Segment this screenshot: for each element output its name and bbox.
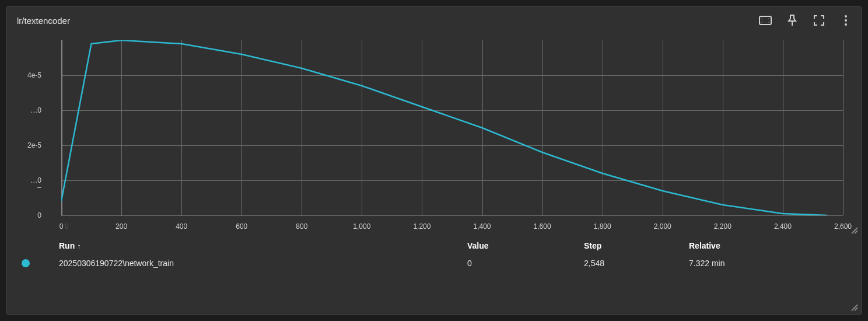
table-row[interactable]: 20250306190722\network_train 0 2,548 7.3… (22, 254, 856, 272)
x-tick-label: 400 (176, 222, 187, 231)
resize-handle-icon[interactable] (850, 226, 858, 234)
y-tick-label: 2e-5 (6, 141, 45, 149)
svg-point-2 (768, 18, 769, 19)
col-relative[interactable]: Relative (689, 241, 856, 250)
run-color-swatch (22, 259, 30, 267)
card-title: lr/textencoder (17, 16, 70, 26)
x-tick-faded: 2 (841, 222, 845, 231)
x-tick-label: 600 (236, 222, 247, 231)
scalar-card: lr/textencoder 0…02e-5…04e-5– 0200400600… (6, 6, 862, 315)
x-tick-label: 1,200 (413, 222, 430, 231)
svg-point-1 (761, 18, 762, 19)
x-tick-label: 2,200 (714, 222, 732, 231)
line-plot (61, 40, 843, 215)
x-tick-label: 1,800 (594, 222, 611, 231)
y-tick-label: …0 (6, 106, 45, 114)
x-tick-label: 0 (60, 222, 64, 231)
runs-table: Run↑ Value Step Relative 20250306190722\… (22, 237, 856, 272)
y-tick-label: 4e-5 (6, 71, 45, 79)
fit-domain-icon[interactable] (759, 14, 772, 27)
svg-rect-0 (760, 16, 771, 25)
x-tick-label: 2,000 (654, 222, 671, 231)
cell-relative: 7.322 min (689, 259, 856, 268)
cell-step: 2,548 (584, 259, 689, 268)
svg-point-3 (761, 22, 762, 22)
table-header-row: Run↑ Value Step Relative (22, 237, 856, 254)
cell-value: 0 (467, 259, 584, 268)
more-icon[interactable] (839, 14, 852, 27)
card-header: lr/textencoder (6, 6, 862, 34)
x-tick-label: 1,400 (474, 222, 491, 231)
gridline-v (843, 40, 844, 215)
svg-point-4 (768, 22, 769, 22)
chart[interactable]: 0…02e-5…04e-5– 02004006008001,0001,2001,… (6, 40, 862, 233)
gridline-h (61, 215, 843, 216)
x-tick-label: 200 (116, 222, 127, 231)
y-tick-label: 0 (6, 211, 45, 219)
x-tick-label: 800 (296, 222, 307, 231)
card-actions (759, 14, 857, 27)
col-step[interactable]: Step (584, 241, 689, 250)
pin-icon[interactable] (786, 14, 799, 27)
x-tick-label: 1,000 (353, 222, 370, 231)
fullscreen-icon[interactable] (813, 14, 825, 27)
col-value[interactable]: Value (467, 241, 584, 250)
x-tick-faded: 0 (65, 222, 69, 231)
resize-handle-icon[interactable] (850, 303, 858, 311)
y-tick-label: – (6, 183, 45, 191)
col-run[interactable]: Run↑ (59, 241, 467, 250)
x-tick-label: 2,400 (774, 222, 792, 231)
x-tick-label: 1,600 (534, 222, 551, 231)
sort-asc-icon: ↑ (77, 242, 80, 250)
cell-run: 20250306190722\network_train (59, 259, 467, 268)
